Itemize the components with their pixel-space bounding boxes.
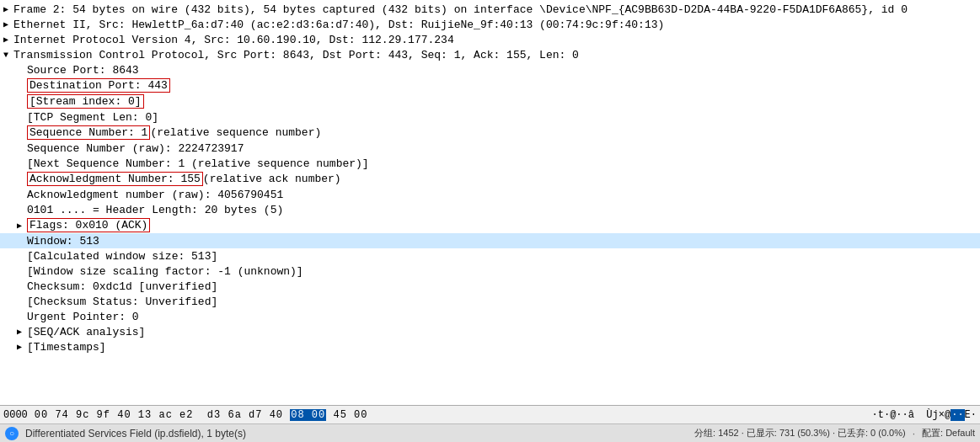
status-main-text: Differentiated Services Field (ip.dsfiel…	[25, 428, 691, 439]
packet-row-window: Window: 513	[0, 233, 980, 248]
status-right-text: 分组: 1452 · 已显示: 731 (50.3%) · 已丢弃: 0 (0.…	[694, 427, 906, 439]
packet-row-checksum: Checksum: 0xdc1d [unverified]	[0, 279, 980, 294]
row-text-urgent-ptr: Urgent Pointer: 0	[27, 311, 139, 323]
row-text-ethernet: Ethernet II, Src: HewlettP_6a:d7:40 (ac:…	[13, 19, 664, 31]
packet-row-ack-num-raw: Acknowledgment number (raw): 4056790451	[0, 187, 980, 202]
packet-row-src-port: Source Port: 8643	[0, 62, 980, 77]
row-text-frame: Frame 2: 54 bytes on wire (432 bits), 54…	[13, 3, 908, 16]
packet-row-seq-num-raw: Sequence Number (raw): 2224723917	[0, 141, 980, 156]
dot-sep: ·	[913, 428, 915, 439]
row-text-checksum: Checksum: 0xdc1d [unverified]	[27, 280, 217, 293]
packet-row-next-seq-num: [Next Sequence Number: 1 (relative seque…	[0, 156, 980, 171]
packet-row-seq-num: Sequence Number: 1 (relative sequence nu…	[0, 125, 980, 141]
packet-row-ethernet[interactable]: ▶Ethernet II, Src: HewlettP_6a:d7:40 (ac…	[0, 17, 980, 32]
packet-row-stream-index: [Stream index: 0]	[0, 93, 980, 109]
hex-bytes-highlighted: 08 00	[290, 409, 326, 421]
row-text-next-seq-num: [Next Sequence Number: 1 (relative seque…	[27, 157, 369, 170]
hex-bytes-before: 00 74 9c 9f 40 13 ac e2 d3 6a d7 40	[35, 409, 290, 421]
hex-ascii: ·t·@··â Ùj×@··E·	[865, 409, 977, 421]
row-text-window-scaling: [Window size scaling factor: -1 (unknown…	[27, 265, 303, 278]
hex-panel: 0000 00 74 9c 9f 40 13 ac e2 d3 6a d7 40…	[0, 405, 980, 423]
outlined-ack-num: Acknowledgment Number: 155	[27, 172, 203, 186]
packet-row-dst-port: Destination Port: 443	[0, 77, 980, 93]
packet-row-ack-num: Acknowledgment Number: 155 (relative ack…	[0, 171, 980, 187]
packet-row-urgent-ptr: Urgent Pointer: 0	[0, 309, 980, 324]
outlined-stream-index: [Stream index: 0]	[27, 94, 144, 109]
collapse-icon-tcp: ▼	[3, 51, 13, 60]
row-text-checksum-status: [Checksum Status: Unverified]	[27, 296, 217, 308]
row-text-calc-window: [Calculated window size: 513]	[27, 250, 217, 263]
extra-text-ack-num: (relative ack number)	[203, 173, 341, 185]
expand-icon-frame: ▶	[3, 4, 13, 14]
row-text-window: Window: 513	[27, 235, 99, 248]
packet-row-flags[interactable]: ▶Flags: 0x010 (ACK)	[0, 217, 980, 233]
packet-row-tcp-seg-len: [TCP Segment Len: 0]	[0, 109, 980, 125]
status-icon: ○	[5, 427, 19, 440]
row-text-seq-ack: [SEQ/ACK analysis]	[27, 326, 145, 338]
packet-row-window-scaling: [Window size scaling factor: -1 (unknown…	[0, 264, 980, 279]
packet-row-checksum-status: [Checksum Status: Unverified]	[0, 294, 980, 309]
packet-row-calc-window: [Calculated window size: 513]	[0, 248, 980, 264]
packet-row-timestamps[interactable]: ▶[Timestamps]	[0, 339, 980, 354]
row-text-tcp-seg-len: [TCP Segment Len: 0]	[27, 111, 158, 124]
row-text-tcp: Transmission Control Protocol, Src Port:…	[13, 49, 579, 61]
row-text-header-length: 0101 .... = Header Length: 20 bytes (5)	[27, 204, 283, 216]
packet-details-panel[interactable]: ▶Frame 2: 54 bytes on wire (432 bits), 5…	[0, 0, 980, 405]
packet-row-ip[interactable]: ▶Internet Protocol Version 4, Src: 10.60…	[0, 32, 980, 47]
status-bar: ○ Differentiated Services Field (ip.dsfi…	[0, 423, 980, 442]
expand-icon-seq-ack: ▶	[17, 327, 27, 337]
hex-bytes: 00 74 9c 9f 40 13 ac e2 d3 6a d7 40 08 0…	[35, 409, 856, 421]
outlined-flags: Flags: 0x010 (ACK)	[27, 218, 150, 232]
row-text-seq-num-raw: Sequence Number (raw): 2224723917	[27, 142, 244, 155]
outlined-dst-port: Destination Port: 443	[27, 78, 170, 93]
packet-row-tcp[interactable]: ▼Transmission Control Protocol, Src Port…	[0, 47, 980, 62]
hex-bytes-after: 45 00	[326, 409, 506, 421]
expand-icon-flags: ▶	[17, 221, 27, 231]
row-text-ack-num-raw: Acknowledgment number (raw): 4056790451	[27, 189, 283, 201]
expand-icon-ethernet: ▶	[3, 19, 13, 29]
hex-offset: 0000	[3, 409, 28, 421]
row-text-ip: Internet Protocol Version 4, Src: 10.60.…	[13, 34, 454, 46]
packet-row-frame[interactable]: ▶Frame 2: 54 bytes on wire (432 bits), 5…	[0, 2, 980, 17]
packet-row-seq-ack[interactable]: ▶[SEQ/ACK analysis]	[0, 324, 980, 339]
expand-icon-ip: ▶	[3, 35, 13, 45]
expand-icon-timestamps: ▶	[17, 342, 27, 352]
row-text-timestamps: [Timestamps]	[27, 341, 106, 354]
packet-row-header-length: 0101 .... = Header Length: 20 bytes (5)	[0, 202, 980, 217]
extra-text-seq-num: (relative sequence number)	[150, 126, 321, 139]
row-text-src-port: Source Port: 8643	[27, 64, 139, 77]
status-config-text: 配置: Default	[922, 427, 975, 439]
outlined-seq-num: Sequence Number: 1	[27, 125, 150, 140]
